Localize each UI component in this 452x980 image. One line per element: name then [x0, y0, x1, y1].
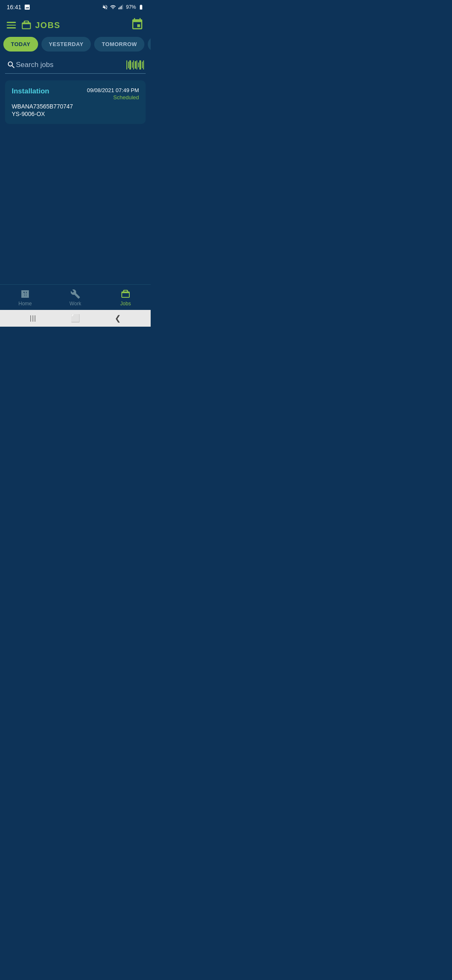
system-recents-button[interactable]: ||| — [30, 315, 36, 322]
search-icon — [7, 60, 16, 70]
svg-rect-5 — [23, 293, 24, 297]
job-type: Installation — [12, 87, 49, 95]
job-datetime: 09/08/2021 07:49 PM — [87, 87, 139, 93]
job-card-header: Installation 09/08/2021 07:49 PM Schedul… — [12, 87, 139, 101]
job-card[interactable]: Installation 09/08/2021 07:49 PM Schedul… — [5, 80, 146, 124]
svg-rect-3 — [122, 5, 123, 9]
system-back-button[interactable]: ❮ — [115, 314, 121, 323]
app-bar-left: JOBS — [7, 20, 60, 31]
bottom-nav: Home Work Jobs — [0, 284, 151, 310]
job-date-status: 09/08/2021 07:49 PM Scheduled — [87, 87, 139, 101]
jobs-icon — [121, 289, 131, 299]
svg-rect-4 — [21, 295, 23, 297]
svg-rect-0 — [118, 8, 119, 9]
battery-percent: 97% — [126, 4, 136, 10]
time-display: 16:41 — [7, 4, 21, 10]
app-title-container: JOBS — [21, 20, 60, 31]
nav-label-jobs: Jobs — [120, 301, 131, 307]
tab-tomorrow[interactable]: TOMORROW — [94, 37, 144, 52]
job-status: Scheduled — [87, 94, 139, 101]
tab-this-week[interactable]: THIS WEEK — [148, 37, 151, 52]
nav-item-home[interactable]: Home — [0, 289, 50, 307]
svg-rect-6 — [25, 292, 26, 297]
app-title: JOBS — [35, 21, 60, 30]
calendar-icon — [131, 18, 144, 31]
battery-icon — [138, 4, 144, 10]
barcode-icon[interactable] — [126, 60, 144, 70]
status-time-area: 16:41 — [7, 4, 31, 10]
mute-icon — [102, 4, 108, 10]
search-input[interactable] — [16, 61, 126, 69]
image-icon — [24, 4, 31, 10]
nav-label-work: Work — [69, 301, 81, 307]
system-home-button[interactable]: ⬜ — [71, 314, 80, 323]
tab-yesterday[interactable]: YESTERDAY — [41, 37, 91, 52]
app-bar: JOBS — [0, 13, 151, 37]
status-bar: 16:41 97% — [0, 0, 151, 13]
job-ref: YS-9006-OX — [12, 111, 139, 117]
search-bar — [5, 57, 146, 74]
status-icons: 97% — [102, 4, 144, 10]
wifi-icon — [110, 4, 116, 10]
svg-rect-7 — [26, 294, 28, 297]
home-icon — [20, 289, 30, 299]
nav-item-jobs[interactable]: Jobs — [100, 289, 151, 307]
tab-today[interactable]: TODAY — [3, 37, 38, 52]
hamburger-menu-button[interactable] — [7, 22, 16, 28]
signal-icon — [118, 4, 124, 10]
job-id: WBANA73565B770747 — [12, 103, 139, 110]
briefcase-icon — [21, 20, 32, 31]
work-icon — [70, 289, 80, 299]
system-nav: ||| ⬜ ❮ — [0, 310, 151, 327]
svg-rect-2 — [121, 6, 122, 10]
nav-label-home: Home — [18, 301, 32, 307]
nav-item-work[interactable]: Work — [50, 289, 100, 307]
calendar-button[interactable] — [131, 18, 144, 33]
svg-rect-1 — [120, 7, 121, 9]
filter-tabs: TODAY YESTERDAY TOMORROW THIS WEEK — [0, 37, 151, 52]
